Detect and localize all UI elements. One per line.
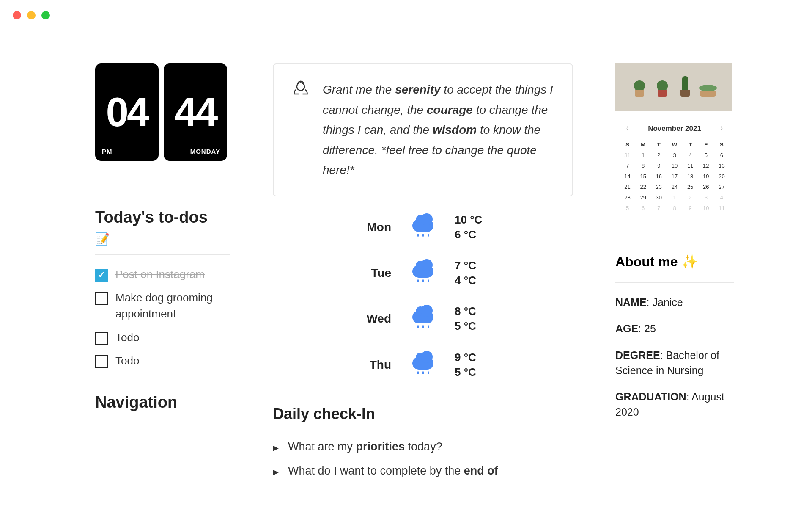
minimize-window-button[interactable] (27, 11, 36, 19)
calendar-day[interactable]: 17 (667, 173, 681, 179)
weather-temps: 10 °C6 °C (455, 213, 482, 242)
calendar-day[interactable]: 19 (699, 173, 713, 179)
quote-callout[interactable]: Grant me the serenity to accept the thin… (273, 64, 573, 196)
calendar-day[interactable]: 27 (715, 184, 729, 190)
clock-day: MONDAY (190, 148, 220, 155)
todo-label: Post on Instagram (115, 267, 205, 283)
calendar-day[interactable]: 5 (620, 205, 634, 211)
navigation-heading: Navigation (95, 392, 230, 413)
todo-label: Make dog grooming appointment (115, 290, 230, 322)
calendar-day[interactable]: 8 (636, 163, 650, 169)
weather-row: Thu9 °C5 °C (357, 350, 573, 380)
weather-day-label: Thu (357, 358, 391, 372)
todo-checkbox[interactable] (95, 269, 108, 282)
calendar-day[interactable]: 3 (699, 194, 713, 201)
toggle-label: What do I want to complete by the end of (288, 464, 498, 478)
calendar-day[interactable]: 18 (683, 173, 697, 179)
calendar-next-button[interactable]: 〉 (718, 125, 729, 133)
calendar-day[interactable]: 6 (636, 205, 650, 211)
toggle-complete-by-end[interactable]: ▶ What do I want to complete by the end … (273, 464, 573, 478)
calendar-dow: W (667, 141, 681, 148)
quote-text[interactable]: Grant me the serenity to accept the thin… (323, 80, 554, 180)
todo-item[interactable]: Todo (95, 330, 230, 346)
person-icon (291, 80, 310, 180)
calendar-day[interactable]: 1 (636, 152, 650, 158)
calendar-day[interactable]: 12 (699, 163, 713, 169)
todo-item[interactable]: Make dog grooming appointment (95, 290, 230, 322)
todo-checkbox[interactable] (95, 292, 108, 305)
calendar-day[interactable]: 24 (667, 184, 681, 190)
caret-right-icon: ▶ (273, 467, 279, 477)
calendar-day[interactable]: 30 (652, 194, 666, 201)
calendar-dow: F (699, 141, 713, 148)
plant-icon (701, 78, 715, 97)
calendar-day[interactable]: 13 (715, 163, 729, 169)
todo-item[interactable]: Todo (95, 353, 230, 369)
calendar-month-label: November 2021 (648, 124, 701, 133)
divider (95, 254, 230, 255)
plant-icon (632, 78, 647, 97)
todo-checkbox[interactable] (95, 332, 108, 345)
calendar-dow: T (652, 141, 666, 148)
calendar-day[interactable]: 16 (652, 173, 666, 179)
about-degree: DEGREE: Bachelor of Science in Nursing (615, 348, 734, 378)
calendar-dow: S (715, 141, 729, 148)
calendar-day[interactable]: 20 (715, 173, 729, 179)
weather-row: Wed8 °C5 °C (357, 304, 573, 334)
calendar-day[interactable]: 10 (699, 205, 713, 211)
calendar-day[interactable]: 4 (715, 194, 729, 201)
calendar-day[interactable]: 6 (715, 152, 729, 158)
calendar-day[interactable]: 5 (699, 152, 713, 158)
todo-item[interactable]: Post on Instagram (95, 267, 230, 283)
calendar-day[interactable]: 9 (652, 163, 666, 169)
memo-icon: 📝 (95, 232, 230, 246)
calendar-day[interactable]: 10 (667, 163, 681, 169)
calendar-day[interactable]: 7 (620, 163, 634, 169)
caret-right-icon: ▶ (273, 443, 279, 453)
weather-day-label: Tue (357, 266, 391, 280)
calendar-day[interactable]: 9 (683, 205, 697, 211)
weather-temps: 7 °C4 °C (455, 258, 476, 288)
plants-banner (615, 64, 732, 111)
calendar-day[interactable]: 25 (683, 184, 697, 190)
about-name: NAME: Janice (615, 295, 734, 310)
calendar-day[interactable]: 4 (683, 152, 697, 158)
calendar-day[interactable]: 11 (715, 205, 729, 211)
calendar-day[interactable]: 2 (652, 152, 666, 158)
calendar-grid: SMTWTFS311234567891011121314151617181920… (620, 141, 729, 211)
calendar-day[interactable]: 2 (683, 194, 697, 201)
rain-cloud-icon (412, 354, 433, 375)
plant-icon (655, 78, 669, 97)
calendar-dow: M (636, 141, 650, 148)
calendar-day[interactable]: 7 (652, 205, 666, 211)
calendar-day[interactable]: 28 (620, 194, 634, 201)
plant-icon (678, 78, 692, 97)
calendar-day[interactable]: 26 (699, 184, 713, 190)
todo-checkbox[interactable] (95, 355, 108, 368)
todos-heading: Today's to-dos (95, 207, 230, 228)
calendar-day[interactable]: 15 (636, 173, 650, 179)
clock-hour-tile: 04 PM (95, 64, 159, 161)
divider (273, 430, 573, 430)
calendar-prev-button[interactable]: 〈 (620, 125, 631, 133)
close-window-button[interactable] (13, 11, 21, 19)
flip-clock-widget: 04 PM 44 MONDAY (95, 64, 230, 161)
calendar-day[interactable]: 14 (620, 173, 634, 179)
todo-label: Todo (115, 330, 139, 346)
divider (615, 282, 734, 283)
clock-minute-tile: 44 MONDAY (164, 64, 227, 161)
calendar-day[interactable]: 31 (620, 152, 634, 158)
calendar-day[interactable]: 22 (636, 184, 650, 190)
calendar-day[interactable]: 23 (652, 184, 666, 190)
calendar-day[interactable]: 3 (667, 152, 681, 158)
calendar-day[interactable]: 1 (667, 194, 681, 201)
calendar-day[interactable]: 21 (620, 184, 634, 190)
about-me-heading: About me ✨ (615, 254, 734, 270)
toggle-priorities[interactable]: ▶ What are my priorities today? (273, 440, 573, 453)
calendar-day[interactable]: 29 (636, 194, 650, 201)
calendar-day[interactable]: 8 (667, 205, 681, 211)
maximize-window-button[interactable] (41, 11, 50, 19)
rain-cloud-icon (412, 217, 433, 238)
clock-minute: 44 (175, 89, 217, 135)
calendar-day[interactable]: 11 (683, 163, 697, 169)
